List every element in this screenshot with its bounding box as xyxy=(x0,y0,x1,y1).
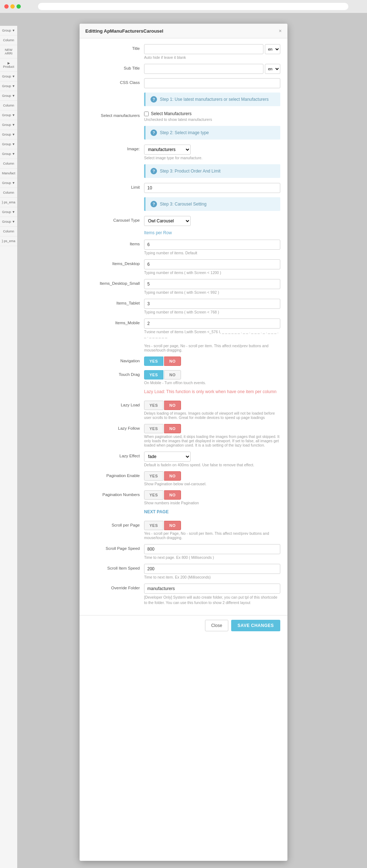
sidebar-item[interactable]: Group ▼ xyxy=(0,81,17,91)
scroll-item-speed-input[interactable] xyxy=(144,564,280,574)
next-page-label-row: NEXT PAGE xyxy=(87,509,280,516)
sidebar-item[interactable]: Group ▼ xyxy=(0,207,17,217)
sidebar-item[interactable]: Group ▼ xyxy=(0,110,17,120)
pagination-enable-yes-btn[interactable]: YES xyxy=(144,471,163,481)
modal-title: Editting ApManuFacturersCarousel xyxy=(85,28,163,34)
lazy-load-yes-btn[interactable]: YES xyxy=(144,401,163,410)
items-desktop-label: Items_Desktop xyxy=(87,259,144,266)
pagination-enable-row: Pagination Enable YES NO Show Pagination… xyxy=(87,471,280,486)
scroll-page-speed-input[interactable] xyxy=(144,544,280,554)
items-mobile-label: Items_Mobile xyxy=(87,319,144,325)
sidebar-item[interactable]: Group ▼ xyxy=(0,149,17,159)
subtitle-input[interactable] xyxy=(144,64,263,74)
items-desktop-input[interactable] xyxy=(144,259,280,269)
carousel-type-select[interactable]: Owl Carousel xyxy=(144,216,191,226)
lazy-follow-no-btn[interactable]: NO xyxy=(164,424,181,433)
lazy-effect-select[interactable]: fade xyxy=(144,452,191,462)
image-control: manufacturers Select image type for manu… xyxy=(144,145,280,160)
sidebar-item[interactable]: } ps_ema xyxy=(0,198,17,207)
browser-bar xyxy=(0,0,367,13)
sidebar-item[interactable]: Group ▼ xyxy=(0,130,17,140)
title-row: Title en Auto hide if leave it blank xyxy=(87,44,280,60)
scroll-per-page-no-btn[interactable]: NO xyxy=(164,521,181,530)
lazy-effect-label: Lazy Effect xyxy=(87,452,144,458)
sidebar-item[interactable]: Column xyxy=(0,188,17,198)
items-desktop-control: Typing number of items ( with Screen < 1… xyxy=(144,259,280,275)
sidebar-item[interactable]: Column xyxy=(0,101,17,110)
lazy-follow-yes-btn[interactable]: YES xyxy=(144,424,163,433)
sidebar-item[interactable]: Group ▼ xyxy=(0,217,17,227)
css-class-control xyxy=(144,78,280,88)
items-control: Typing number of items. Default xyxy=(144,240,280,255)
sidebar-item[interactable]: Group ▼ xyxy=(0,91,17,101)
scroll-page-speed-hint: Time to next page. Ex 800 ( Milliseconds… xyxy=(144,555,280,560)
sidebar-item[interactable]: Group ▼ xyxy=(0,72,17,81)
items-label: Items xyxy=(87,240,144,246)
modal-close-button[interactable]: × xyxy=(279,28,282,34)
scroll-hint-control: Yes - scroll per page, No - scroll per i… xyxy=(144,343,280,352)
step1-icon: ? xyxy=(151,96,157,103)
items-per-row-control: Items per Row xyxy=(144,230,280,235)
lazy-load-notice: Lazy Load: This function is only work wh… xyxy=(144,389,280,394)
scroll-per-page-row: Scroll per Page YES NO Yes - scroll per … xyxy=(87,521,280,540)
sidebar-item[interactable]: Manufact xyxy=(0,169,17,178)
touch-drag-row: Touch Drag YES NO On Mobile - Turn off/o… xyxy=(87,370,280,385)
dot-yellow xyxy=(10,4,15,9)
lazy-load-no-btn[interactable]: NO xyxy=(164,401,181,410)
override-folder-row: Override Folder [Developer Only] System … xyxy=(87,584,280,605)
url-bar[interactable] xyxy=(38,3,348,10)
lazy-follow-row: Lazy Follow YES NO When pagination used,… xyxy=(87,424,280,447)
items-desktop-row: Items_Desktop Typing number of items ( w… xyxy=(87,259,280,275)
sidebar-item[interactable]: Group ▼ xyxy=(0,140,17,149)
override-folder-input[interactable] xyxy=(144,584,280,594)
items-tablet-input[interactable] xyxy=(144,299,280,309)
navigation-control: YES NO xyxy=(144,357,280,366)
pagination-enable-label: Pagination Enable xyxy=(87,471,144,478)
pagination-numbers-label: Pagination Numbers xyxy=(87,490,144,497)
sidebar-item[interactable]: Column xyxy=(0,36,17,45)
subtitle-lang-select[interactable]: en xyxy=(265,64,280,74)
limit-input[interactable] xyxy=(144,183,280,193)
select-manufacturers-checkbox[interactable] xyxy=(144,112,149,116)
navigation-toggle-group: YES NO xyxy=(144,357,280,366)
scroll-per-page-yes-btn[interactable]: YES xyxy=(144,521,163,530)
touch-drag-yes-btn[interactable]: YES xyxy=(144,370,163,379)
save-changes-button[interactable]: SAVE CHANGES xyxy=(231,620,280,631)
pagination-numbers-no-btn[interactable]: NO xyxy=(164,490,181,500)
sidebar-item[interactable]: Column xyxy=(0,227,17,236)
sidebar-item[interactable]: Column xyxy=(0,159,17,169)
items-desktop-small-input[interactable] xyxy=(144,279,280,289)
items-desktop-small-label: Items_Desktop_Small xyxy=(87,279,144,286)
close-button[interactable]: Close xyxy=(205,620,228,631)
title-control: en Auto hide if leave it blank xyxy=(144,44,280,60)
sidebar-item[interactable]: ▶ Product xyxy=(0,58,17,72)
css-class-input[interactable] xyxy=(144,78,280,88)
sidebar-item[interactable]: Group ▼ xyxy=(0,120,17,130)
items-per-row-link[interactable]: Items per Row xyxy=(144,230,172,235)
items-mobile-control: Tvoine number of items I,with Screen <_5… xyxy=(144,319,280,338)
sidebar-item[interactable]: Group ▼ xyxy=(0,26,17,36)
sidebar-item[interactable]: Group ▼ xyxy=(0,178,17,188)
items-desktop-hint: Typing number of items ( with Screen < 1… xyxy=(144,270,280,275)
sidebar-item[interactable]: NEW ARRI xyxy=(0,45,17,58)
image-label: Image: xyxy=(87,145,144,151)
subtitle-row: Sub Title en xyxy=(87,64,280,74)
items-mobile-input[interactable] xyxy=(144,319,280,329)
pagination-enable-no-btn[interactable]: NO xyxy=(164,471,181,481)
touch-drag-no-btn[interactable]: NO xyxy=(164,370,181,379)
lazy-load-notice-spacer xyxy=(87,389,144,391)
items-input[interactable] xyxy=(144,240,280,250)
navigation-no-btn[interactable]: NO xyxy=(164,357,181,366)
step1-text: Step 1: Use latest manufacturers or sele… xyxy=(160,97,268,102)
pagination-numbers-yes-btn[interactable]: YES xyxy=(144,490,163,500)
title-input[interactable] xyxy=(144,44,263,54)
select-manufacturers-label: Select manufacturers xyxy=(87,111,144,118)
navigation-yes-btn[interactable]: YES xyxy=(144,357,163,366)
dot-red xyxy=(4,4,9,9)
bg-sidebar: Group ▼ Column NEW ARRI ▶ Product Group … xyxy=(0,26,17,868)
sidebar-item[interactable]: } ps_ema xyxy=(0,236,17,246)
pagination-numbers-row: Pagination Numbers YES NO Show numbers i… xyxy=(87,490,280,505)
items-desktop-small-hint: Typing number of items ( with Screen < 9… xyxy=(144,290,280,294)
image-select[interactable]: manufacturers xyxy=(144,145,191,155)
title-lang-select[interactable]: en xyxy=(265,44,280,54)
